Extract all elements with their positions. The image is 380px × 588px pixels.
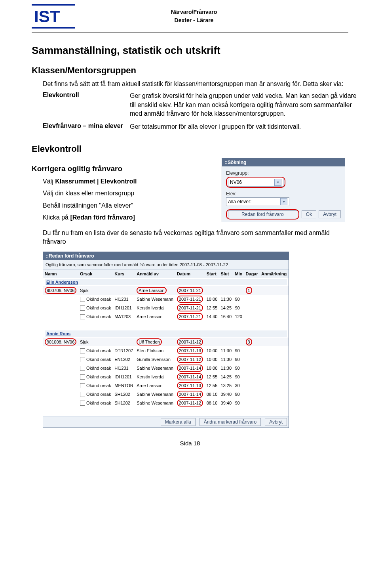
row-checkbox[interactable] bbox=[80, 366, 85, 371]
h2-elevkontroll: Elevkontroll bbox=[32, 144, 348, 154]
btn-avbryt[interactable]: Avbryt bbox=[319, 210, 341, 218]
student-link[interactable]: Annie Roos bbox=[45, 330, 287, 337]
col-kurs: Kurs bbox=[113, 270, 135, 278]
h1-main: Sammanställning, statistik och utskrift bbox=[32, 44, 348, 57]
row-checkbox[interactable] bbox=[80, 401, 85, 406]
table-row: Okänd orsakSH1202Sabine Wesemann2007-11-… bbox=[43, 390, 289, 399]
table-row: Okänd orsakMA1203Arne Larsson2007-11-211… bbox=[43, 312, 289, 321]
table-row: Okänd orsakEN1202Gunilla Svensson2007-11… bbox=[43, 355, 289, 364]
table-row: Okänd orsakDTR1207Sten Elofsson2007-11-1… bbox=[43, 346, 289, 355]
absence-summary-row: 900706, NV06SjukArne Larsson2007-11-211 bbox=[43, 286, 289, 295]
btn-ok[interactable]: Ok bbox=[302, 210, 316, 218]
header-title-1: Närvaro/Frånvaro bbox=[83, 8, 305, 16]
table-row: Okänd orsakHI1201Sabine Wesemann2007-11-… bbox=[43, 295, 289, 304]
step-4: Klicka på [Redan förd frånvaro] bbox=[43, 213, 215, 222]
student-link[interactable]: Elin Andersson bbox=[45, 279, 287, 285]
row-checkbox[interactable] bbox=[80, 297, 85, 302]
col-anmärkning: Anmärkning bbox=[260, 270, 289, 278]
table-row: Okänd orsakIDH1201Kerstin Iverdal2007-11… bbox=[43, 304, 289, 312]
select-elev[interactable]: Alla elever: ▾ bbox=[226, 197, 289, 206]
intro-text: Det finns två sätt att få fram aktuell s… bbox=[43, 80, 348, 88]
table-row: Okänd orsakHI1201Sabine Wesemann2007-11-… bbox=[43, 364, 289, 372]
chevron-down-icon: ▾ bbox=[280, 198, 287, 205]
panel-sokning: ::Sökning Elevgrupp: NV06 ▾ Elev: Alla e… bbox=[222, 158, 345, 222]
step-2: Välj din klass eller mentorsgrupp bbox=[43, 189, 215, 198]
btn-markera-alla[interactable]: Markera alla bbox=[161, 418, 196, 426]
table-row: Okänd orsakMENTORArne Larsson2007-11-131… bbox=[43, 381, 289, 390]
btn-avbryt-panel[interactable]: Avbryt bbox=[265, 418, 287, 426]
col-min: Min bbox=[233, 270, 244, 278]
row-checkbox[interactable] bbox=[80, 357, 85, 362]
term-elevkontroll: Elevkontroll bbox=[43, 92, 130, 122]
col-slut: Slut bbox=[219, 270, 234, 278]
label-elev: Elev: bbox=[226, 191, 341, 197]
row-checkbox[interactable] bbox=[80, 314, 85, 319]
term-elevfranvaro: Elevfrånvaro – mina elever bbox=[43, 122, 130, 135]
row-checkbox[interactable] bbox=[80, 348, 85, 353]
label-elevgrupp: Elevgrupp: bbox=[226, 170, 341, 176]
col-datum: Datum bbox=[175, 270, 205, 278]
row-checkbox[interactable] bbox=[80, 374, 85, 380]
btn-andra-markerad[interactable]: Ändra markerad frånvaro bbox=[200, 418, 261, 426]
svg-rect-0 bbox=[32, 4, 75, 6]
step-1: Välj Klassrummet | Elevkontroll bbox=[43, 177, 215, 186]
select-elevgrupp[interactable]: NV06 ▾ bbox=[228, 178, 283, 187]
col-anmäld av: Anmäld av bbox=[135, 270, 175, 278]
col-orsak: Orsak bbox=[78, 270, 113, 278]
page-number: Sida 18 bbox=[32, 440, 348, 447]
panel-sokning-title: ::Sökning bbox=[222, 158, 345, 166]
btn-redan-ford[interactable]: Redan förd frånvaro bbox=[228, 210, 297, 218]
row-checkbox[interactable] bbox=[80, 305, 85, 311]
row-checkbox[interactable] bbox=[80, 383, 85, 388]
table-franvaro: NamnOrsakKursAnmäld avDatumStartSlutMinD… bbox=[43, 269, 289, 416]
chevron-down-icon: ▾ bbox=[274, 179, 281, 186]
panel-redan-title: ::Redan förd frånvaro bbox=[43, 252, 289, 260]
col-dagar: Dagar bbox=[244, 270, 260, 278]
panel-redan-note: Ogiltig frånvaro, som sammanfaller med a… bbox=[43, 260, 289, 269]
col-start: Start bbox=[205, 270, 219, 278]
logo-ist: IST bbox=[32, 4, 75, 29]
col-namn: Namn bbox=[43, 270, 78, 278]
h3-korrigera: Korrigera ogiltig frånvaro bbox=[32, 164, 215, 173]
step-5: Du får nu fram en lista över de senaste … bbox=[43, 229, 348, 246]
desc-elevkontroll: Ger grafisk översikt för hela gruppen un… bbox=[130, 92, 359, 122]
table-row: Okänd orsakSH1202Sabine Wesemann2007-11-… bbox=[43, 399, 289, 407]
desc-elevfranvaro: Ger totalsummor för alla elever i gruppe… bbox=[130, 122, 359, 135]
svg-text:IST: IST bbox=[34, 7, 60, 26]
page-header: IST Närvaro/Frånvaro Dexter - Lärare bbox=[32, 4, 348, 32]
header-title-2: Dexter - Lärare bbox=[83, 16, 305, 25]
table-row: Okänd orsakIDH1201Kerstin Iverdal2007-11… bbox=[43, 372, 289, 381]
panel-redan-ford: ::Redan förd frånvaro Ogiltig frånvaro, … bbox=[43, 252, 289, 428]
h2-klassen: Klassen/Mentorsgruppen bbox=[32, 65, 348, 76]
row-checkbox[interactable] bbox=[80, 392, 85, 397]
absence-summary-row: 901008, NV06SjukUlf Theden2007-11-123 bbox=[43, 338, 289, 346]
svg-rect-1 bbox=[32, 27, 75, 29]
step-3: Behåll inställningen "Alla elever" bbox=[43, 201, 215, 210]
